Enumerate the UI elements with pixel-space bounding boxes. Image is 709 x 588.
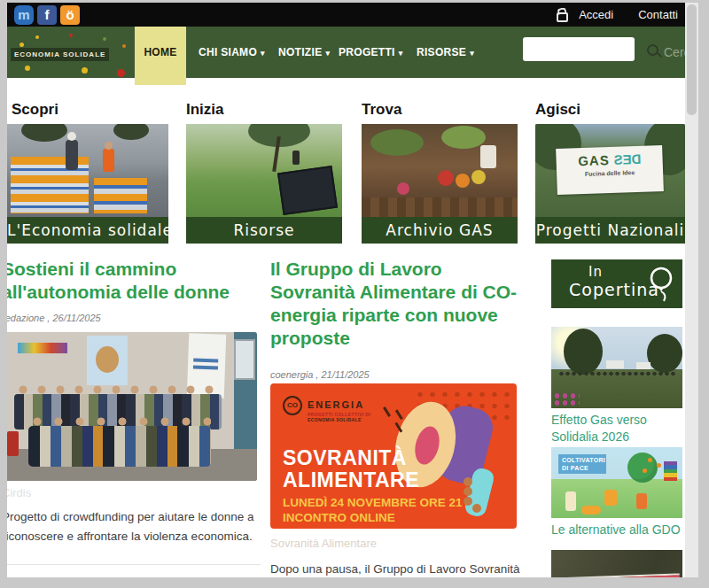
banner-text: GAS xyxy=(578,152,610,168)
poster-mode: INCONTRO ONLINE xyxy=(283,510,463,525)
leaves-shape xyxy=(370,129,424,156)
poster-details: LUNEDÌ 24 NOVEMBRE ORE 21 INCONTRO ONLIN… xyxy=(283,495,463,525)
article-byline: redazione , 26/11/2025 xyxy=(7,313,101,323)
radish-shape xyxy=(397,182,409,195)
article-poster[interactable]: CO ENERGIA PROGETTI COLLETTIVI DI ECONOM… xyxy=(270,383,517,529)
sidebar-in-copertina: In Copertina Effetto Gas verso Solidalia… xyxy=(551,259,685,308)
tree-shape xyxy=(564,329,603,375)
photo-credit: Cirdis xyxy=(7,486,31,499)
nav-item-notizie[interactable]: NOTIZIE▾ xyxy=(278,27,330,78)
logo-text: ECONOMIA SOLIDALE xyxy=(11,48,109,61)
flowers-shape xyxy=(553,392,580,406)
nav-label: NOTIZIE xyxy=(278,46,322,58)
feature-caption[interactable]: L'Economia solidale xyxy=(7,217,168,244)
logo-dot xyxy=(69,34,73,37)
tomato-shape xyxy=(438,170,454,186)
park-photo[interactable] xyxy=(186,124,342,217)
search-icon[interactable] xyxy=(647,44,658,56)
poster-shape xyxy=(18,343,67,353)
poster-title-line: SOVRANITÀ xyxy=(283,447,419,469)
fruit-crates-shape xyxy=(94,178,147,213)
nav-item-home[interactable]: HOME xyxy=(135,27,186,85)
market-photo[interactable] xyxy=(7,124,168,217)
site-logo[interactable]: ECONOMIA SOLIDALE xyxy=(11,30,136,74)
search-input[interactable] xyxy=(523,37,635,61)
window-shape xyxy=(234,339,255,380)
basket-shape xyxy=(362,197,518,217)
topbar: m f ö Accedi Contatti xyxy=(7,3,685,27)
sidebar-photo-agiamo-subito[interactable]: AGIAMO SUBITO! xyxy=(551,550,682,577)
sidebar-photo-effetto-gas[interactable] xyxy=(551,327,682,408)
article-title[interactable]: Il Gruppo di Lavoro Sovranità Alimentare… xyxy=(270,258,522,350)
article-title[interactable]: Sostieni il cammino all'autonomia delle … xyxy=(7,258,264,304)
street-banner-shape: AGIAMO SUBITO! xyxy=(554,574,681,577)
feature-card-archivio-gas[interactable]: Archivio GAS xyxy=(362,124,518,244)
scrollbar[interactable] xyxy=(685,3,698,577)
logo-dot xyxy=(25,66,30,71)
facebook-icon[interactable]: f xyxy=(37,5,57,25)
chevron-down-icon: ▾ xyxy=(261,49,265,58)
chevron-down-icon: ▾ xyxy=(399,49,403,58)
banner-subtext: Fucina delle Idee xyxy=(557,168,663,178)
banner-text-mirrored: DES xyxy=(613,151,641,167)
feature-caption[interactable]: Progetti Nazionali xyxy=(535,217,685,244)
article-photo-group[interactable] xyxy=(7,332,257,481)
sidebar-link-effetto-gas[interactable]: Effetto Gas verso Solidalia 2026 xyxy=(551,412,685,445)
screenshot-root: { "topbar": { "social_m": "m", "social_f… xyxy=(0,0,709,588)
rainbow-flag-shape xyxy=(664,461,677,481)
in-copertina-banner: In Copertina xyxy=(551,259,682,308)
nav-item-risorse[interactable]: RISORSE▾ xyxy=(417,27,474,78)
feature-card-progetti-nazionali[interactable]: GAS DES Fucina delle Idee Progetti Nazio… xyxy=(535,124,685,244)
nav-item-progetti[interactable]: PROGETTI▾ xyxy=(339,27,403,78)
feature-caption[interactable]: Archivio GAS xyxy=(362,217,518,244)
feature-card-risorse[interactable]: Risorse xyxy=(186,124,342,244)
tomato-shape xyxy=(471,170,486,184)
person-head-shape xyxy=(67,132,76,141)
oranges-shape xyxy=(648,458,652,462)
gas-des-banner: GAS DES Fucina delle Idee xyxy=(556,145,664,195)
nav-label: PROGETTI xyxy=(339,46,395,58)
chevron-down-icon: ▾ xyxy=(325,49,330,58)
social-orange-icon[interactable]: ö xyxy=(60,5,80,25)
feature-heading-scopri: Scopri xyxy=(12,101,58,119)
wheelbarrow-shape xyxy=(581,506,601,514)
chair-shape xyxy=(7,431,19,456)
login-link[interactable]: Accedi xyxy=(579,8,613,21)
logo-line: ECONOMIA SOLIDALE xyxy=(308,417,370,422)
gasdes-photo[interactable]: GAS DES Fucina delle Idee xyxy=(535,124,685,217)
figure-shape xyxy=(604,490,617,506)
banner-text-right: SUBITO! xyxy=(622,576,680,577)
tree-shape xyxy=(627,453,658,483)
hand-shape xyxy=(464,477,472,486)
chevron-down-icon: ▾ xyxy=(470,49,474,58)
contacts-link[interactable]: Contatti xyxy=(638,8,678,21)
sidebar-photo-coltivatori[interactable]: COLTIVATORI DI PACE xyxy=(551,447,682,518)
logo-badge: CO xyxy=(283,396,302,415)
search-button[interactable]: Cerca xyxy=(664,27,685,78)
figure-shape xyxy=(565,491,576,511)
article-excerpt: Progetto di crowdfunding per aiutare le … xyxy=(7,507,257,546)
tree-shape xyxy=(113,124,149,140)
scrollbar-thumb[interactable] xyxy=(687,4,697,115)
feature-card-economia-solidale[interactable]: L'Economia solidale xyxy=(7,124,168,244)
feature-caption[interactable]: Risorse xyxy=(186,217,342,244)
coenergia-logo: CO ENERGIA PROGETTI COLLETTIVI DI ECONOM… xyxy=(283,396,370,422)
illustration-label: COLTIVATORI DI PACE xyxy=(558,454,606,474)
leaves-shape xyxy=(441,126,486,149)
article-byline: coenergia , 21/11/2025 xyxy=(270,369,370,380)
logo-dot xyxy=(122,44,126,48)
tent-shape xyxy=(606,360,624,368)
feature-heading-trova: Trova xyxy=(362,101,401,119)
sound-marks-shape xyxy=(383,406,391,417)
sidebar-link-gdo[interactable]: Le alternative alla GDO xyxy=(551,522,685,538)
vegetables-photo[interactable] xyxy=(362,124,518,217)
logo-dot xyxy=(82,67,88,74)
poster-shape xyxy=(87,336,128,385)
people-bodies xyxy=(28,426,211,467)
person-head-shape xyxy=(105,142,113,150)
mastodon-icon[interactable]: m xyxy=(14,5,34,25)
nav-item-chi-siamo[interactable]: CHI SIAMO▾ xyxy=(199,27,265,78)
divider xyxy=(7,564,261,565)
crowd-shape xyxy=(558,371,675,376)
poster-title: SOVRANITÀ ALIMENTARE xyxy=(283,447,419,491)
